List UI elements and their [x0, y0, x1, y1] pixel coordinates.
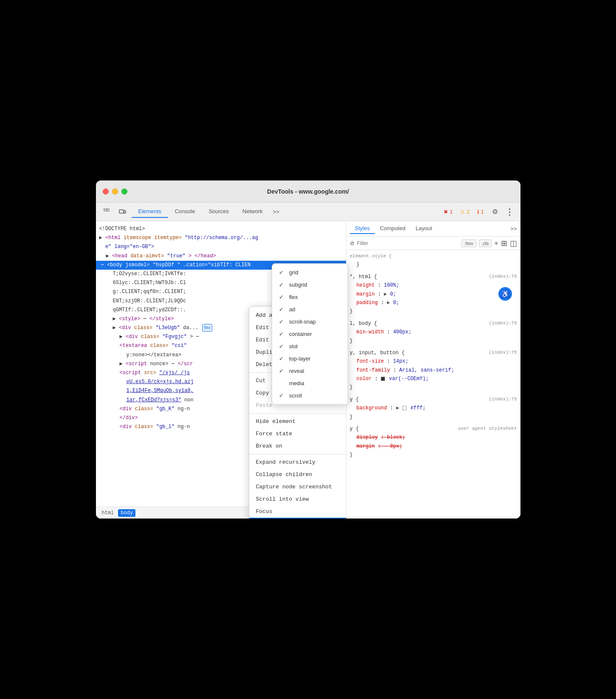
flex-badge: flex: [202, 324, 212, 332]
dom-line-head[interactable]: ▶ <head data-aimvt= "true" > </head>: [96, 252, 346, 261]
triangle-div2[interactable]: ▶: [120, 333, 123, 341]
color-swatch[interactable]: [381, 377, 385, 381]
bg-color-swatch[interactable]: [402, 406, 407, 410]
cls-button[interactable]: .cls: [479, 240, 492, 247]
warning-badge[interactable]: ⚠ 2: [458, 208, 472, 216]
error-badge[interactable]: ✖ 1: [441, 208, 455, 216]
submenu-slot[interactable]: ✓ slot: [272, 340, 348, 352]
check-subgrid: ✓: [279, 282, 286, 288]
filter-icon: ⊘: [350, 240, 354, 246]
menu-expand-recursively-label: Expand recursively: [256, 459, 315, 465]
check-scroll-snap: ✓: [279, 318, 286, 325]
submenu-media[interactable]: media: [272, 377, 348, 389]
menu-expand-recursively[interactable]: Expand recursively: [249, 456, 346, 468]
warning-icon: ⚠: [460, 209, 465, 215]
menu-cut-label: Cut: [256, 378, 266, 384]
triangle-script1[interactable]: ▶: [120, 360, 123, 368]
menu-force-state-label: Force state: [256, 431, 293, 437]
bg-triangle[interactable]: ▶: [396, 405, 399, 411]
dom-line-html[interactable]: ▶ <html itemscope itemtype= "http://sche…: [96, 234, 346, 242]
style-tab-styles[interactable]: Styles: [350, 223, 375, 234]
minimize-button[interactable]: [112, 189, 118, 194]
copy-style-button[interactable]: ⊞: [501, 239, 507, 248]
tab-more[interactable]: >>: [270, 206, 283, 217]
tab-sources[interactable]: Sources: [202, 206, 236, 218]
menu-break-on[interactable]: Break on ›: [249, 440, 346, 452]
submenu-top-layer[interactable]: ✓ top-layer: [272, 352, 348, 365]
css-rule-selector-background: y { (index):75: [350, 395, 517, 404]
menu-force-state[interactable]: Force state ›: [249, 428, 346, 440]
css-rule-selector-input-button: y, input, button { (index):75: [350, 349, 517, 357]
layout-button[interactable]: ◫: [510, 239, 517, 248]
svg-rect-2: [119, 210, 124, 213]
tab-elements[interactable]: Elements: [132, 206, 168, 218]
triangle-html[interactable]: ▶: [99, 234, 102, 242]
menu-capture-screenshot[interactable]: Capture node screenshot: [249, 481, 346, 493]
submenu-grid[interactable]: ✓ grid: [272, 266, 348, 279]
styles-panel: ♿ Styles Computed Layout >> ⊘ :hov .cls …: [346, 221, 520, 519]
check-reveal: ✓: [279, 368, 286, 374]
style-tab-layout[interactable]: Layout: [411, 223, 437, 234]
error-icon: ✖: [444, 209, 448, 215]
submenu-ad[interactable]: ✓ ad: [272, 303, 348, 316]
padding-triangle[interactable]: ▶: [387, 300, 390, 306]
doctype-text: <!DOCTYPE html>: [99, 226, 145, 232]
styles-filter-input[interactable]: [357, 240, 459, 246]
add-style-button[interactable]: +: [494, 240, 498, 247]
css-rule-selector-body: l, body { (index):75: [350, 319, 517, 328]
submenu-grid-label: grid: [289, 269, 298, 276]
close-button[interactable]: [103, 189, 109, 194]
svg-rect-1: [107, 209, 109, 211]
tab-console[interactable]: Console: [168, 206, 202, 218]
menu-scroll-into-view[interactable]: Scroll into view: [249, 493, 346, 505]
submenu-container-label: container: [289, 331, 312, 337]
inspect-icon[interactable]: [101, 206, 113, 218]
menu-copy-label: Copy: [256, 390, 269, 396]
dom-line-html2: e" lang="en-GB">: [96, 242, 346, 251]
menu-capture-screenshot-label: Capture node screenshot: [256, 484, 332, 490]
more-button[interactable]: ⋮: [503, 206, 515, 218]
triangle-head[interactable]: ▶: [106, 252, 109, 260]
breadcrumb-body[interactable]: body: [118, 509, 135, 517]
triangle-div1[interactable]: ▶: [113, 324, 116, 332]
submenu-container[interactable]: ✓ container: [272, 328, 348, 340]
check-media: [279, 380, 286, 386]
triangle-style[interactable]: ▶: [113, 315, 116, 323]
style-tab-more[interactable]: >>: [510, 225, 517, 232]
menu-scroll-into-view-label: Scroll into view: [256, 496, 309, 502]
menu-break-on-label: Break on: [256, 443, 282, 449]
submenu-scroll-snap[interactable]: ✓ scroll-snap: [272, 316, 348, 328]
menu-badge-settings[interactable]: Badge settings ›: [249, 518, 346, 519]
accessibility-icon[interactable]: ♿: [498, 287, 512, 301]
dom-line-doctype: <!DOCTYPE html>: [96, 225, 346, 234]
device-toggle-icon[interactable]: [116, 206, 128, 218]
submenu-ad-label: ad: [289, 306, 295, 313]
submenu-scroll[interactable]: ✓ scroll: [272, 389, 348, 402]
menu-hide-element-label: Hide element: [256, 418, 296, 425]
style-tab-computed[interactable]: Computed: [375, 223, 411, 234]
submenu-reveal[interactable]: ✓ reveal: [272, 365, 348, 377]
styles-content: element.style { } *, html { (index):75 h…: [346, 250, 520, 505]
info-badge[interactable]: ℹ 1: [475, 208, 487, 216]
maximize-button[interactable]: [121, 189, 127, 194]
window-title: DevTools - www.google.com/: [267, 188, 349, 195]
breadcrumb-html[interactable]: html: [99, 509, 117, 517]
toolbar: Elements Console Sources Network >> ✖ 1 …: [96, 203, 520, 221]
menu-collapse-children[interactable]: Collapse children: [249, 468, 346, 481]
settings-button[interactable]: ⚙: [489, 206, 501, 218]
menu-focus[interactable]: Focus: [249, 505, 346, 518]
css-rule-selector-html: *, html { (index):75: [350, 273, 517, 281]
submenu-flex[interactable]: ✓ flex: [272, 291, 348, 303]
toolbar-right: ✖ 1 ⚠ 2 ℹ 1 ⚙ ⋮: [441, 206, 515, 218]
margin-triangle[interactable]: ▶: [384, 291, 387, 297]
submenu-subgrid[interactable]: ✓ subgrid: [272, 279, 348, 291]
check-container: ✓: [279, 331, 286, 337]
info-icon: ℹ: [477, 209, 479, 215]
submenu-scroll-label: scroll: [289, 392, 302, 399]
submenu-slot-label: slot: [289, 343, 298, 350]
element-style-label: element.style {: [350, 254, 392, 259]
devtools-window: DevTools - www.google.com/ Elements Cons…: [96, 180, 520, 519]
hov-button[interactable]: :hov: [461, 240, 476, 247]
menu-hide-element[interactable]: Hide element: [249, 415, 346, 428]
tab-network[interactable]: Network: [236, 206, 270, 218]
